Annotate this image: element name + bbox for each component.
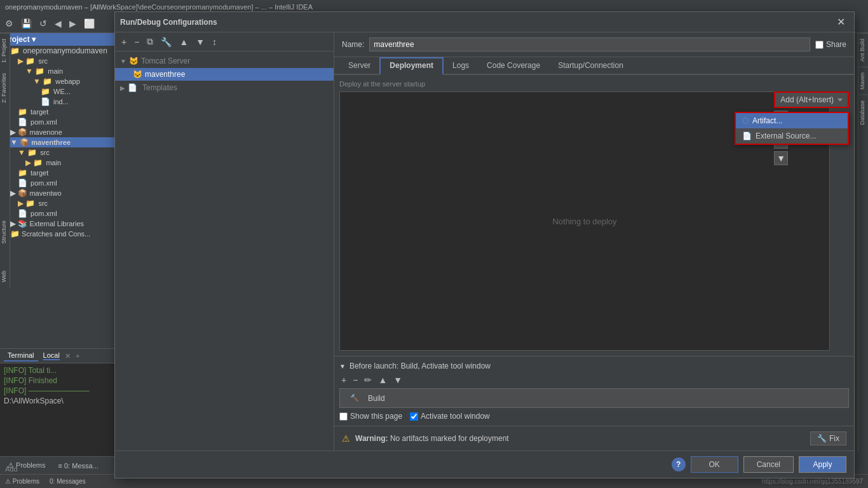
tab-deployment[interactable]: Deployment xyxy=(379,57,444,75)
cancel-button[interactable]: Cancel xyxy=(743,456,794,473)
config-panel: + − ⧉ 🔧 ▲ ▼ ↕ ▼ 🐱 Tomcat Server 🐱 mavent… xyxy=(115,32,334,451)
artifact-label: Artifact... xyxy=(752,116,782,125)
run-debug-dialog: Run/Debug Configurations ✕ + − ⧉ 🔧 ▲ ▼ ↕… xyxy=(114,11,855,478)
help-button[interactable]: ? xyxy=(672,458,686,471)
dialog-close-button[interactable]: ✕ xyxy=(833,15,849,29)
tree-we[interactable]: 📁 WE... xyxy=(0,86,117,97)
config-group-tomcat[interactable]: ▼ 🐱 Tomcat Server xyxy=(115,54,334,68)
tree-scratches[interactable]: 📁 Scratches and Cons... xyxy=(0,229,117,239)
right-tab-database[interactable]: Database xyxy=(858,95,868,130)
artifact-icon: ⬡ xyxy=(742,116,749,125)
config-settings-btn[interactable]: 🔧 xyxy=(158,36,174,48)
before-launch-arrow-icon: ▼ xyxy=(339,363,346,370)
tree-src-3[interactable]: ▶ 📁 src xyxy=(0,198,117,208)
config-up-btn[interactable]: ▲ xyxy=(177,36,191,48)
ok-button[interactable]: OK xyxy=(691,456,738,473)
terminal-line-1: [INFO] Total ti... xyxy=(4,366,113,375)
config-group-templates[interactable]: ▶ 📄 Templates xyxy=(115,81,334,95)
activate-tool-option: Activate tool window xyxy=(410,412,490,421)
toolbar-icon-4[interactable]: ◀ xyxy=(52,17,64,30)
tree-src-1[interactable]: ▶ 📁 src xyxy=(0,56,117,66)
tree-ind[interactable]: 📄 ind... xyxy=(0,97,117,107)
bl-remove-btn[interactable]: − xyxy=(351,374,360,386)
right-tab-maven[interactable]: Maven xyxy=(858,67,868,95)
external-icon: 📄 xyxy=(742,132,752,140)
left-tab-web[interactable]: Web xyxy=(0,266,8,287)
tree-target-2[interactable]: 📁 target xyxy=(0,168,117,178)
terminal-add-tab[interactable]: + xyxy=(76,352,79,360)
config-down-btn[interactable]: ▼ xyxy=(193,36,207,48)
left-tab-favorites[interactable]: 2: Favorites xyxy=(0,68,10,108)
tree-main-1[interactable]: ▼ 📁 main xyxy=(0,66,117,76)
build-icon: 🔨 xyxy=(345,391,364,405)
before-launch-header[interactable]: ▼ Before launch: Build, Activate tool wi… xyxy=(339,362,849,370)
left-tab-project[interactable]: 1: Project xyxy=(0,33,10,68)
external-source-item[interactable]: 📄 External Source... xyxy=(736,128,848,144)
tree-pom-3[interactable]: 📄 pom.xml xyxy=(0,208,117,219)
deploy-label: Deploy at the server startup xyxy=(339,80,849,88)
module-icon: ▶ 📦 xyxy=(10,128,27,137)
add-button-container: Add (Alt+Insert) ⬡ Artifact... 📄 xyxy=(774,92,849,108)
right-tab-antbuild[interactable]: Ant Build xyxy=(858,33,868,67)
fix-label: Fix xyxy=(829,434,839,443)
toolbar-icon-1[interactable]: ⚙ xyxy=(3,17,16,30)
bl-add-btn[interactable]: + xyxy=(339,374,348,386)
fix-button[interactable]: 🔧 Fix xyxy=(810,431,846,445)
add-artifact-button[interactable]: Add (Alt+Insert) xyxy=(774,92,849,108)
tree-external-libs[interactable]: ▶ 📚 External Libraries xyxy=(0,219,117,229)
bl-down-btn[interactable]: ▼ xyxy=(391,374,404,386)
apply-button[interactable]: Apply xyxy=(799,456,846,473)
deploy-down-btn[interactable]: ▼ xyxy=(774,151,788,165)
status-messages: 0: Messages xyxy=(50,478,86,485)
tree-pom-1[interactable]: 📄 pom.xml xyxy=(0,117,117,127)
config-add-btn[interactable]: + xyxy=(119,36,129,48)
bl-edit-btn[interactable]: ✏ xyxy=(362,374,374,386)
tab-logs[interactable]: Logs xyxy=(444,57,478,75)
folder-icon: ▼ 📁 xyxy=(33,77,52,86)
tab-startup-connection[interactable]: Startup/Connection xyxy=(549,57,632,75)
tree-maventwo[interactable]: ▶ 📦 maventwo xyxy=(0,188,117,198)
tree-target-1[interactable]: 📁 target xyxy=(0,107,117,117)
dialog-titlebar: Run/Debug Configurations ✕ xyxy=(115,12,854,32)
config-remove-btn[interactable]: − xyxy=(132,36,142,48)
scratch-icon: 📁 xyxy=(10,229,20,238)
deploy-area: Deploy at the server startup Nothing to … xyxy=(334,75,854,356)
share-checkbox[interactable] xyxy=(815,41,824,49)
tab-messages[interactable]: ≡ 0: Messa... xyxy=(53,460,104,471)
activate-tool-checkbox[interactable] xyxy=(410,412,418,421)
tree-src-2[interactable]: ▼ 📁 src xyxy=(0,147,117,158)
folder-icon: ▶ 📁 xyxy=(25,158,43,167)
folder-icon: ▶ 📁 xyxy=(18,199,35,208)
project-root[interactable]: 📁 onepromanymodumaven xyxy=(0,46,117,56)
show-page-checkbox[interactable] xyxy=(339,412,348,421)
name-label: Name: xyxy=(342,40,364,49)
bl-up-btn[interactable]: ▲ xyxy=(376,374,389,386)
folder-icon: ▶ 📁 xyxy=(18,57,35,65)
project-root-label: onepromanymodumaven xyxy=(23,46,107,55)
tree-pom-2[interactable]: 📄 pom.xml xyxy=(0,178,117,188)
toolbar-icon-3[interactable]: ↺ xyxy=(37,17,50,30)
tree-webapp[interactable]: ▼ 📁 webapp xyxy=(0,76,117,86)
warning-bold: Warning: xyxy=(355,434,388,443)
config-item-maventhree[interactable]: 🐱 maventhree xyxy=(115,68,334,81)
name-input[interactable] xyxy=(369,37,810,51)
ide-title: onepromanymodumaven – [AllWorkSpace]\dee… xyxy=(5,3,313,11)
artifact-item[interactable]: ⬡ Artifact... xyxy=(736,113,848,128)
terminal-line-3: [INFO] ———————— xyxy=(4,386,113,395)
left-tab-structure[interactable]: Structure xyxy=(0,215,8,249)
tabs-row: Server Deployment Logs Code Coverage Sta… xyxy=(334,57,854,75)
toolbar-icon-5[interactable]: ▶ xyxy=(67,17,79,30)
tree-main-2[interactable]: ▶ 📁 main xyxy=(0,158,117,168)
tree-mavenone[interactable]: ▶ 📦 mavenone xyxy=(0,127,117,137)
dialog-body: + − ⧉ 🔧 ▲ ▼ ↕ ▼ 🐱 Tomcat Server 🐱 mavent… xyxy=(115,32,854,451)
tree-maventhree[interactable]: ▼ 📦 maventhree xyxy=(0,137,117,147)
config-copy-btn[interactable]: ⧉ xyxy=(144,35,156,48)
tab-code-coverage[interactable]: Code Coverage xyxy=(478,57,549,75)
config-sort-btn[interactable]: ↕ xyxy=(210,36,219,48)
maventhree-icon: 🐱 xyxy=(133,70,142,79)
toolbar-icon-6[interactable]: ⬜ xyxy=(81,17,97,30)
terminal-local-tab[interactable]: Local xyxy=(43,351,60,360)
toolbar-icon-2[interactable]: 💾 xyxy=(18,17,34,30)
tab-server[interactable]: Server xyxy=(339,57,379,75)
add-chevron-icon xyxy=(837,98,843,102)
